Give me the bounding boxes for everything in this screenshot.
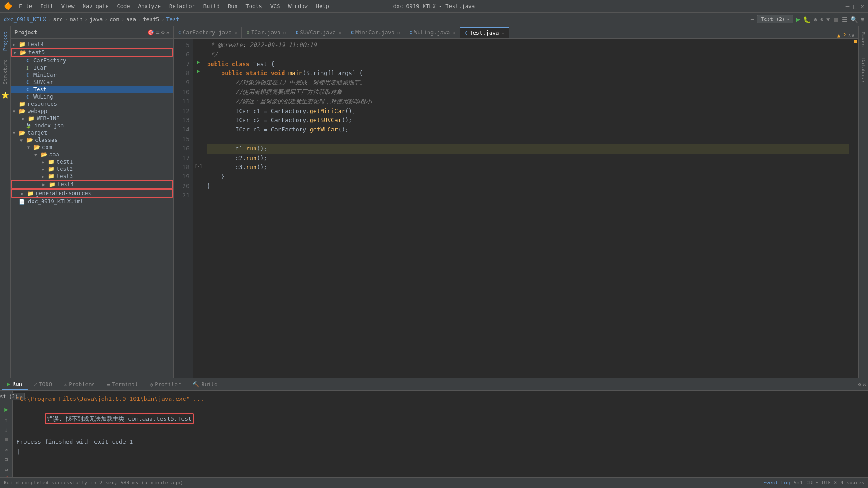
tab-SUVCar[interactable]: C SUVCar.java ✕ (291, 27, 347, 38)
run-stop-icon[interactable]: ⏹ (4, 436, 9, 443)
menu-item-analyze[interactable]: Analyze (134, 2, 165, 10)
more-run-options-icon[interactable]: ⚙ ▼ (820, 16, 830, 23)
menu-item-help[interactable]: Help (312, 2, 333, 10)
project-name[interactable]: dxc_0919_KTLX (4, 16, 46, 23)
tree-item-test5[interactable]: ▼ 📂 test5 (11, 48, 173, 57)
indent-indicator[interactable]: 4 spaces (840, 480, 864, 486)
bottom-tab-terminal[interactable]: ▬ Terminal (101, 380, 143, 389)
menu-item-window[interactable]: Window (284, 2, 311, 10)
run-button[interactable]: ▶ (796, 15, 801, 23)
tree-item-generated-sources[interactable]: ▶ 📁 generated-sources (11, 189, 173, 198)
database-panel-label[interactable]: Database (859, 55, 867, 86)
tree-item-WuLing[interactable]: C WuLing (11, 93, 173, 100)
breadcrumb-file[interactable]: Test (166, 16, 179, 23)
panel-settings-btn[interactable]: ⚙ (858, 381, 861, 388)
menu-item-navigate[interactable]: Navigate (79, 2, 113, 10)
tree-item-test4[interactable]: ▶ 📁 test4 (11, 41, 173, 48)
menu-item-edit[interactable]: Edit (37, 2, 57, 10)
line-ending-indicator[interactable]: CRLF (806, 480, 818, 486)
breadcrumb-main[interactable]: main (70, 16, 83, 23)
tree-item-t-test4[interactable]: ▶ 📁 test4 (11, 180, 173, 189)
tab-close-icon[interactable]: ✕ (397, 30, 400, 35)
fold-icon-19[interactable]: [-] (195, 164, 202, 169)
run-wrap-icon[interactable]: ↵ (5, 466, 8, 473)
maximize-button[interactable]: □ (853, 3, 857, 10)
tree-item-MiniCar[interactable]: C MiniCar (11, 71, 173, 79)
maven-panel-label[interactable]: Maven (859, 28, 867, 50)
run-play-icon[interactable]: ▶ (4, 406, 8, 413)
bottom-tab-run[interactable]: ▶ Run (2, 379, 28, 390)
run-gutter-icon-8[interactable]: ▶ (197, 68, 200, 74)
tree-item-WEB-INF[interactable]: ▶ 📁 WEB-INF (11, 115, 173, 122)
menu-item-run[interactable]: Run (224, 2, 241, 10)
tree-item-resources[interactable]: ▶ 📁 resources (11, 100, 173, 108)
menu-item-vcs[interactable]: VCS (267, 2, 284, 10)
tab-close-icon[interactable]: ✕ (283, 30, 286, 35)
minimize-button[interactable]: ─ (846, 3, 849, 10)
bottom-tab-problems[interactable]: ⚠ Problems (58, 380, 100, 389)
tab-MiniCar[interactable]: C MiniCar.java ✕ (346, 27, 405, 38)
run-gutter-icon-7[interactable]: ▶ (197, 59, 200, 65)
menu-item-tools[interactable]: Tools (242, 2, 266, 10)
panel-settings-icon[interactable]: ⚙ (161, 29, 165, 36)
expand-icon[interactable]: ⊞ (861, 16, 864, 23)
event-log-link[interactable]: Event Log (763, 480, 790, 486)
tab-close-icon[interactable]: ✕ (501, 31, 504, 36)
breadcrumb-java[interactable]: java (90, 16, 103, 23)
encoding-indicator[interactable]: UTF-8 (822, 480, 837, 486)
tab-CarFactory[interactable]: C CarFactory.java ✕ (174, 27, 242, 38)
warning-nav-down[interactable]: ∨ (851, 32, 854, 38)
run-with-coverage-button[interactable]: ⊕ (813, 16, 817, 23)
code-area[interactable]: * @create: 2022-09-19 11:00:19 */ public… (203, 39, 853, 378)
breadcrumb-src[interactable]: src (53, 16, 63, 23)
menu-item-code[interactable]: Code (113, 2, 134, 10)
run-rerun-icon[interactable]: ↺ (5, 446, 8, 453)
locate-file-icon[interactable]: 🎯 (147, 29, 154, 36)
breadcrumb-test5[interactable]: test5 (143, 16, 159, 23)
frame-deoptimize-icon[interactable]: ☰ (842, 16, 848, 23)
tree-item-iml[interactable]: ▶ 📄 dxc_0919_KTLX.iml (11, 198, 173, 205)
breadcrumb-aaa[interactable]: aaa (126, 16, 136, 23)
tree-item-t-test2[interactable]: ▶ 📁 test2 (11, 165, 173, 173)
menu-item-refactor[interactable]: Refactor (165, 2, 199, 10)
tree-item-ICar[interactable]: I ICar (11, 64, 173, 71)
tree-item-index-jsp[interactable]: 🍃 index.jsp (11, 122, 173, 129)
tab-WuLing[interactable]: C WuLing.java ✕ (405, 27, 461, 38)
tree-item-t-test1[interactable]: ▶ 📁 test1 (11, 158, 173, 165)
bottom-tab-profiler[interactable]: ◎ Profiler (144, 380, 186, 389)
breadcrumb-com[interactable]: com (109, 16, 119, 23)
tree-item-com[interactable]: ▼ 📂 com (11, 144, 173, 151)
search-everywhere-icon[interactable]: 🔍 (850, 16, 858, 23)
tree-item-target[interactable]: ▼ 📂 target (11, 129, 173, 136)
tree-item-aaa[interactable]: ▼ 📂 aaa (11, 151, 173, 158)
menu-item-view[interactable]: View (58, 2, 78, 10)
panel-close-btn[interactable]: ✕ (863, 381, 866, 388)
bottom-tab-build[interactable]: 🔨 Build (187, 380, 223, 389)
tree-item-webapp[interactable]: ▼ 📂 webapp (11, 108, 173, 115)
tab-close-icon[interactable]: ✕ (453, 30, 455, 35)
run-scroll-up-icon[interactable]: ↑ (5, 417, 8, 423)
menu-item-build[interactable]: Build (200, 2, 223, 10)
bottom-tab-todo[interactable]: ✓ TODO (28, 380, 57, 389)
debug-button[interactable]: 🐛 (803, 16, 811, 23)
tree-item-SUVCar[interactable]: C SUVCar (11, 79, 173, 86)
warning-nav-up[interactable]: ∧ (848, 32, 851, 38)
run-scroll-down-icon[interactable]: ↓ (5, 427, 8, 433)
tab-close-icon[interactable]: ✕ (234, 30, 237, 35)
close-button[interactable]: ✕ (861, 3, 864, 10)
structure-icon[interactable]: Structure (2, 58, 9, 86)
tree-item-t-test3[interactable]: ▶ 📁 test3 (11, 173, 173, 180)
tree-item-CarFactory[interactable]: C CarFactory (11, 57, 173, 64)
navigate-back-icon[interactable]: ⬅ (750, 16, 754, 23)
run-filter-icon[interactable]: ⊟ (5, 456, 8, 463)
menu-item-file[interactable]: File (15, 2, 36, 10)
project-panel-icon[interactable]: Project (2, 30, 9, 52)
tab-ICar[interactable]: I ICar.java ✕ (242, 27, 291, 38)
stop-button[interactable]: ⏹ (833, 16, 839, 23)
tab-close-icon[interactable]: ✕ (339, 30, 341, 35)
close-panel-icon[interactable]: ✕ (166, 29, 170, 36)
collapse-all-icon[interactable]: ≡ (156, 29, 159, 36)
tree-item-classes[interactable]: ▼ 📂 classes (11, 136, 173, 144)
tab-Test[interactable]: C Test.java ✕ (460, 27, 509, 38)
tree-item-Test[interactable]: C Test (11, 86, 173, 93)
